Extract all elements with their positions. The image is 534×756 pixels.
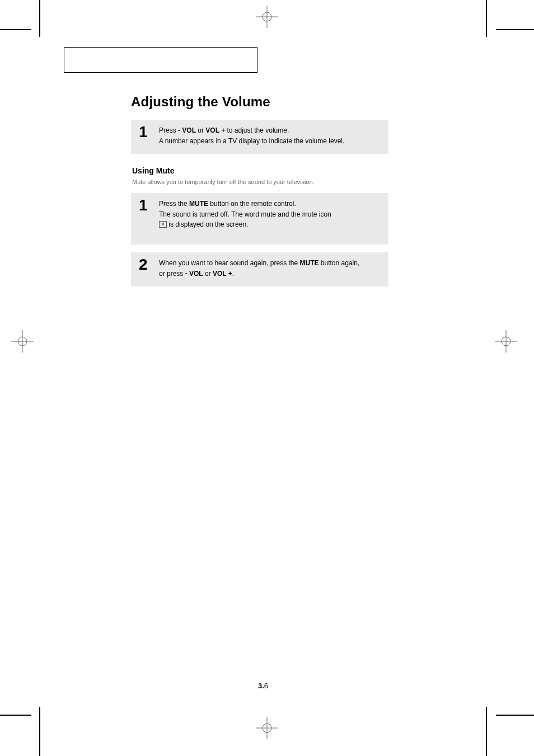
step-text: is displayed on the screen. bbox=[167, 220, 248, 228]
mute-button-label: MUTE bbox=[300, 259, 319, 267]
subsection-title: Using Mute bbox=[132, 166, 388, 175]
step-text: Press bbox=[159, 126, 178, 134]
step-number: 1 bbox=[139, 123, 148, 141]
crop-mark bbox=[496, 715, 534, 716]
step-text: or bbox=[203, 270, 213, 278]
step-text: or press bbox=[159, 270, 185, 278]
step-block: 2 When you want to hear sound again, pre… bbox=[131, 252, 388, 287]
registration-mark-icon bbox=[495, 330, 517, 353]
step-text: to adjust the volume. bbox=[225, 126, 289, 134]
step-text: Press the bbox=[159, 200, 189, 208]
crop-mark bbox=[0, 715, 31, 716]
step-number: 2 bbox=[139, 256, 148, 274]
vol-plus-label: VOL + bbox=[213, 270, 232, 278]
subsection-desc: Mute allows you to temporarily turn off … bbox=[132, 179, 388, 185]
step-block: 1 Press the MUTE button on the remote co… bbox=[131, 193, 388, 245]
section-title: Adjusting the Volume bbox=[131, 94, 388, 110]
step-body: Press - VOL or VOL + to adjust the volum… bbox=[159, 125, 381, 146]
vol-minus-label: - VOL bbox=[185, 270, 203, 278]
page-number-value: 6 bbox=[264, 682, 268, 690]
page-area: Adjusting the Volume 1 Press - VOL or VO… bbox=[40, 29, 486, 715]
crop-mark bbox=[486, 707, 487, 756]
mute-icon: ✕ bbox=[159, 221, 167, 228]
step-text: button again, bbox=[319, 259, 360, 267]
step-body: Press the MUTE button on the remote cont… bbox=[159, 199, 381, 230]
step-block: 1 Press - VOL or VOL + to adjust the vol… bbox=[131, 120, 388, 154]
step-text: mute bbox=[261, 210, 276, 218]
step-text: or bbox=[196, 126, 205, 134]
registration-mark-icon bbox=[256, 6, 278, 28]
vol-plus-label: VOL + bbox=[205, 126, 225, 134]
step-text: . bbox=[232, 270, 234, 278]
step-text: button on the remote control. bbox=[208, 200, 296, 208]
registration-mark-icon bbox=[11, 330, 34, 353]
step-number: 1 bbox=[139, 196, 148, 214]
step-text: A number appears in a TV display to indi… bbox=[159, 137, 344, 145]
step-body: When you want to hear sound again, press… bbox=[159, 258, 381, 279]
vol-minus-label: - VOL bbox=[178, 126, 196, 134]
mute-button-label: MUTE bbox=[189, 200, 208, 208]
registration-mark-icon bbox=[256, 717, 278, 739]
crop-mark bbox=[486, 0, 487, 37]
page-number: 3.6 bbox=[258, 682, 268, 690]
crop-mark bbox=[496, 29, 534, 30]
chapter-header-box bbox=[64, 47, 257, 73]
step-text: The sound is turned off. The word bbox=[159, 210, 261, 218]
step-text: and the mute icon bbox=[276, 210, 331, 218]
content-area: Adjusting the Volume 1 Press - VOL or VO… bbox=[131, 94, 388, 294]
chapter-number: 3. bbox=[258, 682, 264, 690]
step-text: When you want to hear sound again, press… bbox=[159, 259, 300, 267]
crop-mark bbox=[0, 29, 31, 30]
